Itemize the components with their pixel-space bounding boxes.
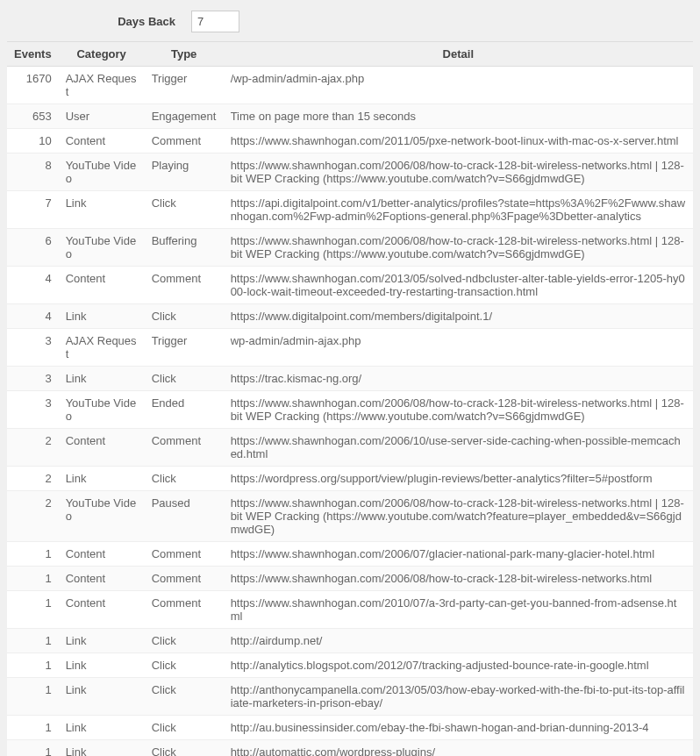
col-category[interactable]: Category [59, 42, 145, 67]
cell-events: 1 [7, 653, 59, 678]
cell-events: 2 [7, 467, 59, 491]
cell-detail: https://www.shawnhogan.com/2006/08/how-t… [224, 229, 693, 267]
cell-events: 1 [7, 542, 59, 567]
cell-category: Link [59, 716, 145, 740]
cell-events: 1 [7, 678, 59, 716]
cell-type: Click [145, 716, 224, 740]
table-row: 1670AJAX RequestTrigger/wp-admin/admin-a… [7, 67, 693, 104]
table-row: 10ContentCommenthttps://www.shawnhogan.c… [7, 129, 693, 153]
table-row: 1LinkClickhttp://airdump.net/ [7, 629, 693, 653]
cell-detail: http://analytics.blogspot.com/2012/07/tr… [224, 653, 693, 678]
table-row: 1ContentCommenthttps://www.shawnhogan.co… [7, 567, 693, 591]
col-events[interactable]: Events [7, 42, 59, 67]
cell-category: Content [59, 567, 145, 591]
table-row: 3AJAX RequestTriggerwp-admin/admin-ajax.… [7, 329, 693, 367]
cell-type: Click [145, 191, 224, 229]
table-row: 7LinkClickhttps://api.digitalpoint.com/v… [7, 191, 693, 229]
cell-events: 4 [7, 304, 59, 329]
cell-category: Link [59, 678, 145, 716]
table-row: 3LinkClickhttps://trac.kismac-ng.org/ [7, 367, 693, 391]
cell-detail: https://trac.kismac-ng.org/ [224, 367, 693, 391]
cell-category: Link [59, 304, 145, 329]
cell-category: YouTube Video [59, 153, 145, 191]
cell-detail: http://au.businessinsider.com/ebay-the-f… [224, 716, 693, 740]
cell-type: Playing [145, 153, 224, 191]
cell-events: 2 [7, 429, 59, 467]
table-row: 6YouTube VideoBufferinghttps://www.shawn… [7, 229, 693, 267]
cell-detail: /wp-admin/admin-ajax.php [224, 67, 693, 104]
cell-detail: https://www.digitalpoint.com/members/dig… [224, 304, 693, 329]
cell-events: 653 [7, 104, 59, 129]
cell-type: Paused [145, 491, 224, 542]
cell-events: 1 [7, 716, 59, 740]
cell-detail: https://www.shawnhogan.com/2013/05/solve… [224, 267, 693, 304]
events-table: Events Category Type Detail 1670AJAX Req… [7, 41, 693, 756]
cell-category: YouTube Video [59, 391, 145, 429]
cell-category: AJAX Request [59, 329, 145, 367]
cell-detail: http://airdump.net/ [224, 629, 693, 653]
cell-category: Content [59, 591, 145, 629]
cell-type: Click [145, 467, 224, 491]
cell-detail: https://wordpress.org/support/view/plugi… [224, 467, 693, 491]
table-row: 2ContentCommenthttps://www.shawnhogan.co… [7, 429, 693, 467]
col-detail[interactable]: Detail [224, 42, 693, 67]
cell-type: Click [145, 304, 224, 329]
cell-type: Comment [145, 429, 224, 467]
table-row: 3YouTube VideoEndedhttps://www.shawnhoga… [7, 391, 693, 429]
days-back-label: Days Back [7, 15, 191, 28]
filter-row: Days Back [7, 7, 693, 41]
cell-detail: https://www.shawnhogan.com/2011/05/pxe-n… [224, 129, 693, 153]
cell-events: 1 [7, 591, 59, 629]
cell-detail: Time on page more than 15 seconds [224, 104, 693, 129]
cell-events: 7 [7, 191, 59, 229]
cell-events: 4 [7, 267, 59, 304]
cell-detail: https://www.shawnhogan.com/2010/07/a-3rd… [224, 591, 693, 629]
cell-events: 1 [7, 629, 59, 653]
cell-category: Link [59, 740, 145, 757]
cell-detail: wp-admin/admin-ajax.php [224, 329, 693, 367]
table-row: 1ContentCommenthttps://www.shawnhogan.co… [7, 542, 693, 567]
cell-type: Click [145, 653, 224, 678]
cell-category: Link [59, 653, 145, 678]
cell-detail: https://www.shawnhogan.com/2006/08/how-t… [224, 153, 693, 191]
cell-type: Click [145, 629, 224, 653]
table-row: 2LinkClickhttps://wordpress.org/support/… [7, 467, 693, 491]
cell-category: Link [59, 367, 145, 391]
cell-detail: https://www.shawnhogan.com/2006/08/how-t… [224, 567, 693, 591]
cell-type: Click [145, 678, 224, 716]
cell-events: 1670 [7, 67, 59, 104]
table-row: 653UserEngagementTime on page more than … [7, 104, 693, 129]
cell-type: Comment [145, 542, 224, 567]
cell-detail: https://www.shawnhogan.com/2006/10/use-s… [224, 429, 693, 467]
cell-events: 1 [7, 740, 59, 757]
col-type[interactable]: Type [145, 42, 224, 67]
cell-type: Comment [145, 129, 224, 153]
table-row: 4LinkClickhttps://www.digitalpoint.com/m… [7, 304, 693, 329]
cell-detail: http://anthonycampanella.com/2013/05/03/… [224, 678, 693, 716]
cell-events: 1 [7, 567, 59, 591]
cell-events: 8 [7, 153, 59, 191]
cell-type: Engagement [145, 104, 224, 129]
cell-events: 3 [7, 367, 59, 391]
cell-detail: https://www.shawnhogan.com/2006/07/glaci… [224, 542, 693, 567]
cell-type: Ended [145, 391, 224, 429]
cell-events: 2 [7, 491, 59, 542]
table-row: 2YouTube VideoPausedhttps://www.shawnhog… [7, 491, 693, 542]
cell-category: AJAX Request [59, 67, 145, 104]
cell-events: 3 [7, 329, 59, 367]
cell-events: 6 [7, 229, 59, 267]
days-back-input[interactable] [191, 11, 239, 32]
table-row: 1LinkClickhttp://analytics.blogspot.com/… [7, 653, 693, 678]
cell-category: Content [59, 267, 145, 304]
cell-detail: https://www.shawnhogan.com/2006/08/how-t… [224, 391, 693, 429]
cell-type: Trigger [145, 329, 224, 367]
cell-category: Content [59, 129, 145, 153]
cell-detail: https://api.digitalpoint.com/v1/better-a… [224, 191, 693, 229]
cell-detail: https://www.shawnhogan.com/2006/08/how-t… [224, 491, 693, 542]
cell-events: 10 [7, 129, 59, 153]
cell-type: Comment [145, 267, 224, 304]
cell-type: Trigger [145, 67, 224, 104]
cell-type: Comment [145, 591, 224, 629]
table-row: 1LinkClickhttp://au.businessinsider.com/… [7, 716, 693, 740]
cell-type: Buffering [145, 229, 224, 267]
